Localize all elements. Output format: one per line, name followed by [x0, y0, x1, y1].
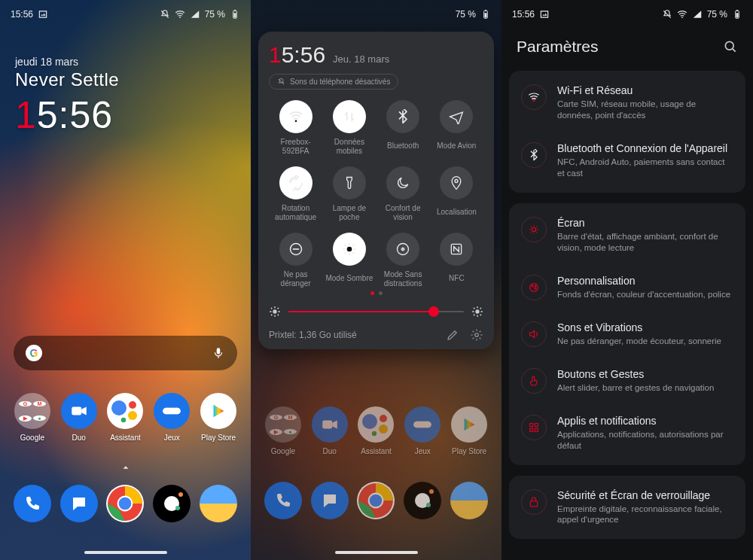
voice-search-icon[interactable]: [212, 346, 225, 360]
setting-title: Applis et notifications: [557, 415, 733, 427]
qs-tile-rotate[interactable]: Rotation automatique: [269, 166, 322, 222]
home-screen: 15:56 75 % jeudi 18 mars Never Settle 15…: [0, 0, 251, 560]
phone-app[interactable]: [11, 485, 53, 522]
setting-paint[interactable]: PersonnalisationFonds d'écran, couleur d…: [509, 264, 745, 311]
qs-page-indicator: [269, 291, 483, 295]
qs-tile-label: Lampe de poche: [322, 204, 376, 222]
qs-tile-moon[interactable]: Confort de vision: [376, 166, 430, 222]
qs-tile-focus[interactable]: Mode Sans distractions: [376, 233, 430, 288]
nav-bar-pill[interactable]: [84, 551, 167, 554]
app-label: Google: [20, 434, 44, 442]
svg-point-37: [379, 425, 388, 434]
settings-screen: 15:56 75 % Paramètres Wi-Fi et RéseauCar…: [501, 0, 753, 560]
qs-tile-wifi[interactable]: Freebox-592BFA: [269, 100, 322, 156]
app-drawer-arrow-icon[interactable]: [120, 462, 131, 473]
signal-icon: [692, 9, 703, 20]
setting-wifi[interactable]: Wi-Fi et RéseauCarte SIM, réseau mobile,…: [509, 74, 745, 132]
app-jeux[interactable]: Jeux: [401, 406, 444, 455]
battery-pct: 75 %: [456, 9, 476, 20]
app-play-store[interactable]: Play Store: [448, 406, 490, 455]
setting-title: Sécurité et Écran de verrouillage: [557, 489, 733, 501]
google-logo-icon: [26, 345, 42, 361]
app-label: Google: [271, 447, 295, 455]
app-label: Duo: [323, 447, 337, 455]
wifi-icon: [279, 100, 312, 133]
app-duo[interactable]: Duo: [309, 406, 351, 455]
settings-group: Sécurité et Écran de verrouillageEmprein…: [509, 476, 745, 540]
setting-sub: Empreinte digitale, reconnaissance facia…: [557, 504, 733, 526]
chrome-app[interactable]: [355, 482, 397, 519]
setting-apps[interactable]: Applis et notificationsApplications, not…: [509, 404, 745, 462]
focus-icon: [386, 233, 419, 266]
app-assistant[interactable]: Assistant: [104, 393, 146, 442]
qs-tile-label: Bluetooth: [387, 138, 419, 154]
google-search-bar[interactable]: [14, 336, 237, 370]
qs-tile-nfc[interactable]: NFC: [430, 233, 483, 288]
app-assistant[interactable]: Assistant: [355, 406, 397, 455]
qs-tile-label: Freebox-592BFA: [269, 138, 322, 156]
svg-point-38: [372, 431, 376, 436]
settings-gear-icon[interactable]: [470, 328, 483, 342]
qs-tile-dnd[interactable]: Ne pas déranger: [269, 233, 322, 288]
app-label: Jeux: [164, 434, 180, 442]
search-icon[interactable]: [723, 39, 738, 54]
dock: [0, 485, 251, 522]
setting-lock[interactable]: Sécurité et Écran de verrouillageEmprein…: [509, 479, 745, 537]
phone-app[interactable]: [262, 482, 304, 519]
qs-tile-data[interactable]: Données mobiles: [322, 100, 376, 156]
qs-tile-grid: Freebox-592BFADonnées mobilesBluetoothMo…: [269, 100, 483, 288]
sound-icon: [521, 321, 547, 347]
nfc-icon: [440, 233, 473, 266]
clock-widget[interactable]: jeudi 18 mars Never Settle 15:56: [15, 56, 119, 137]
svg-point-36: [380, 415, 387, 422]
qs-tile-pin[interactable]: Localisation: [430, 166, 483, 222]
svg-point-29: [128, 411, 137, 420]
brightness-track[interactable]: [288, 311, 464, 312]
settings-list[interactable]: Wi-Fi et RéseauCarte SIM, réseau mobile,…: [509, 71, 745, 560]
qs-tile-torch[interactable]: Lampe de poche: [322, 166, 376, 222]
dnd-status-pill[interactable]: Sons du téléphone désactivés: [269, 74, 398, 90]
messages-app[interactable]: [58, 485, 100, 522]
qs-tile-label: Ne pas déranger: [269, 270, 322, 288]
messages-app[interactable]: [309, 482, 351, 519]
chrome-app[interactable]: [104, 485, 146, 522]
setting-sub: Ne pas déranger, mode écouteur, sonnerie: [557, 336, 721, 347]
setting-title: Écran: [557, 217, 733, 229]
status-time: 15:56: [512, 9, 535, 20]
setting-sub: NFC, Android Auto, paiements sans contac…: [557, 157, 733, 179]
dnd-icon: [279, 233, 312, 266]
data-icon: [333, 100, 366, 133]
setting-gesture[interactable]: Boutons et GestesAlert slider, barre et …: [509, 358, 745, 404]
status-bar: 15:56 75 %: [501, 0, 753, 29]
qs-tile-label: Mode Avion: [437, 138, 476, 154]
nav-bar-pill[interactable]: [335, 551, 418, 554]
setting-display[interactable]: ÉcranBarre d'état, affichage ambiant, co…: [509, 206, 745, 264]
svg-point-27: [111, 400, 127, 415]
status-time: 15:56: [11, 9, 33, 20]
qs-tile-bt[interactable]: Bluetooth: [376, 100, 430, 156]
battery-icon: [732, 9, 742, 20]
setting-bt[interactable]: Bluetooth et Connexion de l'AppareilNFC,…: [509, 132, 745, 190]
bt-icon: [521, 142, 547, 168]
app-google[interactable]: GM▶●Google: [262, 406, 304, 455]
wifi-icon: [175, 9, 185, 20]
brightness-slider[interactable]: [269, 306, 483, 318]
app-google[interactable]: GM▶●Google: [11, 393, 53, 442]
weather-app[interactable]: [197, 485, 239, 522]
svg-point-34: [119, 498, 132, 510]
edit-tiles-icon[interactable]: [446, 328, 459, 342]
camera-app[interactable]: [401, 482, 444, 519]
qs-tile-plane[interactable]: Mode Avion: [430, 100, 483, 156]
dock-ghost: [251, 482, 501, 519]
app-label: Assistant: [361, 447, 392, 455]
setting-sound[interactable]: Sons et VibrationsNe pas déranger, mode …: [509, 311, 745, 358]
weather-app[interactable]: [448, 482, 490, 519]
qs-tile-sun[interactable]: Mode Sombre: [322, 233, 376, 288]
app-play-store[interactable]: Play Store: [197, 393, 239, 442]
app-jeux[interactable]: Jeux: [151, 393, 193, 442]
qs-footer: Prixtel: 1,36 Go utilisé: [269, 328, 483, 342]
camera-app[interactable]: [151, 485, 193, 522]
data-usage[interactable]: Prixtel: 1,36 Go utilisé: [269, 330, 435, 340]
setting-sub: Alert slider, barre et gestes de navigat…: [557, 382, 714, 394]
app-duo[interactable]: Duo: [58, 393, 100, 442]
